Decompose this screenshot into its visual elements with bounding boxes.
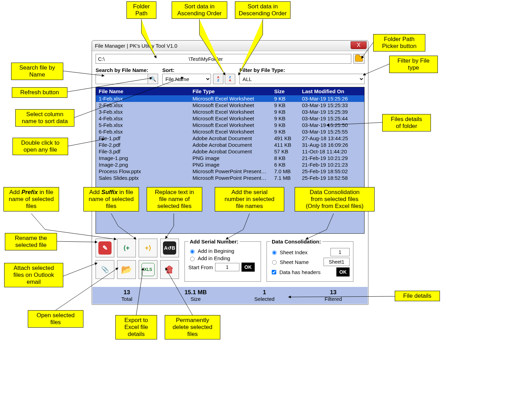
- search-icon: 🔍: [150, 76, 156, 82]
- callout-open: Open selected files: [28, 310, 83, 328]
- sheet-name-input[interactable]: [324, 258, 350, 266]
- excel-icon: XLS: [141, 263, 155, 276]
- col-size[interactable]: Size: [271, 87, 299, 95]
- action-buttons: ✎ ⟨+ +⟩ A↺B 📎 📂 XLS 🗑: [96, 239, 179, 282]
- callout-delete: Permanently delete selected files: [165, 315, 220, 339]
- table-row[interactable]: Image-2.pngPNG image6 KB21-Feb-19 10:21:…: [96, 161, 364, 168]
- rename-button[interactable]: ✎: [96, 239, 114, 257]
- window-title: File Manager | PK's Utility Tool V1.0: [95, 43, 177, 49]
- rename-icon: ✎: [98, 241, 112, 255]
- sort-label: Sort:: [162, 67, 235, 73]
- sort-descending-button[interactable]: Z A: [225, 74, 235, 84]
- table-row[interactable]: File-2.pdfAdobe Acrobat Document411 KB31…: [96, 142, 364, 148]
- sort-ascending-button[interactable]: A Z: [213, 74, 223, 84]
- open-files-button[interactable]: 📂: [117, 260, 136, 279]
- sheet-index-input[interactable]: [330, 248, 350, 256]
- consolidation-panel: Data Consolidation: Sheet Index Sheet Na…: [267, 239, 353, 282]
- callout-suffix: Add Suffix in file name of selected file…: [83, 187, 139, 211]
- callout-consol: Data Consolidation from selected files (…: [295, 187, 375, 211]
- callout-replace: Replace text in file name of selected fi…: [147, 187, 202, 211]
- open-icon: 📂: [120, 263, 133, 276]
- table-row[interactable]: File-1.pdfAdobe Acrobat Document491 KB27…: [96, 135, 364, 142]
- table-row[interactable]: 5-Feb.xlsxMicrosoft Excel Worksheet9 KB0…: [96, 122, 364, 128]
- attach-email-button[interactable]: 📎: [96, 260, 114, 279]
- callout-file-details: File details: [395, 291, 440, 301]
- table-row[interactable]: 1-Feb.xlsxMicrosoft Excel Worksheet9 KB0…: [96, 95, 364, 102]
- trash-icon: 🗑: [163, 263, 176, 276]
- table-row[interactable]: 3-Feb.xlsxMicrosoft Excel Worksheet9 KB0…: [96, 109, 364, 115]
- selected-value: 1: [230, 289, 299, 296]
- callout-rename: Rename the selected file: [5, 233, 57, 250]
- suffix-icon: +⟩: [141, 241, 155, 255]
- client-area: Search by File Name: 🔍 Sort: File Name: [92, 51, 368, 282]
- table-row[interactable]: Sales Slides.pptxMicrosoft PowerPoint Pr…: [96, 175, 364, 181]
- callout-folder-path: Folder Path: [126, 1, 156, 19]
- size-label: Size: [161, 296, 230, 302]
- callout-select-col: Select column name to sort data: [15, 109, 74, 127]
- callout-prefix: Add Prefix in file name of selected file…: [3, 187, 59, 211]
- callout-export: Export to Excel file details: [115, 315, 157, 339]
- callout-picker: Folder Path Picker button: [373, 34, 425, 51]
- total-label: Total: [92, 296, 161, 302]
- serial-begin-radio[interactable]: [190, 249, 195, 254]
- replace-icon: A↺B: [163, 241, 176, 255]
- serial-legend: Add Serial Number:: [188, 239, 240, 244]
- consol-ok-button[interactable]: OK: [336, 267, 350, 276]
- titlebar: File Manager | PK's Utility Tool V1.0 X: [92, 41, 368, 51]
- table-row[interactable]: 6-Feb.xlsxMicrosoft Excel Worksheet9 KB0…: [96, 128, 364, 135]
- callout-sort-desc: Sort data in Descending Order: [235, 1, 290, 19]
- filter-type-select[interactable]: ALL: [239, 74, 365, 84]
- col-modified[interactable]: Last Modified On: [299, 87, 364, 95]
- consol-legend: Data Consolidation:: [270, 239, 322, 244]
- folder-path-input[interactable]: [96, 54, 351, 64]
- table-body: 1-Feb.xlsxMicrosoft Excel Worksheet9 KB0…: [96, 95, 364, 181]
- serial-ok-button[interactable]: OK: [242, 263, 255, 272]
- table-row[interactable]: 4-Feb.xlsxMicrosoft Excel Worksheet9 KB0…: [96, 115, 364, 122]
- col-filetype[interactable]: File Type: [190, 87, 271, 95]
- folder-picker-button[interactable]: [353, 54, 365, 64]
- replace-text-button[interactable]: A↺B: [160, 239, 179, 257]
- refresh-button[interactable]: 🔍: [148, 74, 158, 84]
- attach-icon: 📎: [98, 263, 112, 276]
- callout-filter: Filter by File type: [389, 56, 438, 73]
- serial-start-input[interactable]: [215, 263, 239, 271]
- headers-checkbox[interactable]: [272, 270, 276, 274]
- sheet-name-radio[interactable]: [272, 260, 277, 265]
- size-value: 15.1 MB: [161, 289, 230, 296]
- filtered-value: 13: [299, 289, 368, 296]
- export-excel-button[interactable]: XLS: [139, 260, 157, 279]
- sort-column-select[interactable]: File Name: [162, 74, 211, 84]
- callout-details: Files details of folder: [382, 114, 431, 131]
- serial-panel: Add Serial Number: Add in Begining Add i…: [185, 239, 261, 282]
- add-prefix-button[interactable]: ⟨+: [117, 239, 136, 257]
- serial-end-radio[interactable]: [190, 257, 195, 261]
- table-row[interactable]: Process Flow.pptxMicrosoft PowerPoint Pr…: [96, 168, 364, 175]
- svg-line-8: [57, 241, 97, 242]
- close-icon: X: [357, 42, 361, 48]
- col-filename[interactable]: File Name: [96, 87, 190, 95]
- filter-label: Filter by File Type:: [239, 67, 365, 73]
- table-row[interactable]: File-3.pdfAdobe Acrobat Document57 KB11-…: [96, 148, 364, 155]
- callout-refresh: Refresh button: [12, 87, 67, 98]
- selected-label: Selected: [230, 296, 299, 302]
- filtered-label: Filtered: [299, 296, 368, 302]
- folder-icon: [355, 56, 363, 62]
- callout-addserial: Add the serial number in selected file n…: [215, 187, 284, 211]
- callout-sort-asc: Sort data in Ascending Order: [172, 1, 227, 19]
- status-footer: 13Total 15.1 MBSize 1Selected 13Filtered: [92, 287, 368, 304]
- add-suffix-button[interactable]: +⟩: [139, 239, 157, 257]
- serial-start-label: Start From: [188, 264, 213, 270]
- sheet-index-radio[interactable]: [272, 250, 277, 255]
- prefix-icon: ⟨+: [120, 241, 133, 255]
- search-label: Search by File Name:: [96, 67, 158, 73]
- total-value: 13: [92, 289, 161, 296]
- table-row[interactable]: 2-Feb.xlsxMicrosoft Excel Worksheet9 KB0…: [96, 102, 364, 109]
- callout-dblclick: Double click to open any file: [13, 138, 68, 155]
- callout-search: Search file by Name: [11, 63, 63, 80]
- app-window: File Manager | PK's Utility Tool V1.0 X …: [92, 40, 368, 305]
- delete-files-button[interactable]: 🗑: [160, 260, 179, 279]
- search-input[interactable]: [96, 74, 148, 84]
- table-row[interactable]: Image-1.pngPNG image8 KB21-Feb-19 10:21:…: [96, 155, 364, 161]
- close-button[interactable]: X: [351, 41, 367, 49]
- file-table: File Name File Type Size Last Modified O…: [96, 87, 365, 234]
